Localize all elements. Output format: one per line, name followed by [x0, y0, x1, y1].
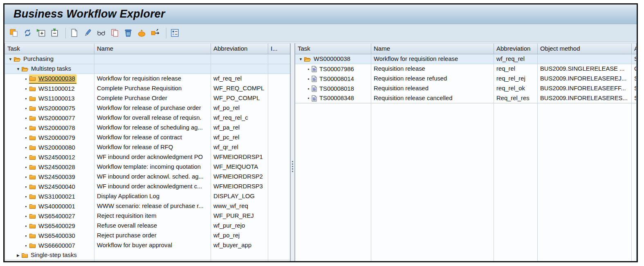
tree-indent	[5, 216, 23, 217]
task-label[interactable]: WS24500012	[37, 153, 76, 162]
display-button[interactable]	[96, 27, 108, 39]
folder-icon	[29, 86, 36, 92]
tree-row[interactable]: ▼Purchasing	[5, 54, 290, 64]
tree-row[interactable]: TS00008014Requisition release refusedreq…	[295, 74, 636, 84]
tree-row[interactable]: WS24500040WF inbound order acknowledgmen…	[5, 182, 290, 192]
task-label[interactable]: Multistep tasks	[30, 64, 72, 74]
task-label[interactable]: WS24500039	[37, 172, 76, 182]
task-label[interactable]: WS20000078	[37, 123, 76, 133]
column-header-a[interactable]: A..	[632, 44, 636, 54]
column-header-abbreviation[interactable]: Abbreviation	[211, 44, 268, 54]
name-cell: Requisition released	[371, 84, 494, 94]
abbr-cell: WF_PUR_REJ	[211, 211, 268, 221]
tree-row[interactable]: WS20000075Workflow for release of purcha…	[5, 103, 290, 113]
tree-row[interactable]: WS20000077Workflow for overall release o…	[5, 113, 290, 123]
legend-icon	[170, 28, 180, 38]
tree-row[interactable]: WS24500012WF inbound order acknowledgmen…	[5, 152, 290, 162]
name-cell: Refuse overall release	[94, 221, 211, 231]
tree-row[interactable]: WS65400029Refuse overall releasewf_pur_r…	[5, 221, 290, 231]
column-header-abbreviation[interactable]: Abbreviation	[494, 44, 538, 54]
tree-row[interactable]: WS65400027Reject requisition itemWF_PUR_…	[5, 211, 290, 221]
task-label[interactable]: WS11000012	[37, 84, 76, 94]
task-cell: WS24500040	[5, 182, 94, 192]
column-header-i[interactable]: I...	[268, 44, 290, 54]
collapse-node-icon[interactable]: ▼	[298, 54, 304, 64]
copy-button[interactable]	[109, 27, 121, 39]
execute-button[interactable]	[136, 27, 148, 39]
selected-task-highlight[interactable]: WS00000038	[29, 74, 76, 84]
other-task-button[interactable]	[9, 27, 21, 39]
info-cell	[268, 64, 290, 74]
transport-button[interactable]	[150, 27, 162, 39]
collapse-node-icon[interactable]: ▼	[15, 64, 21, 74]
column-header-object-method[interactable]: Object method	[538, 44, 632, 54]
task-label[interactable]: WS11000013	[37, 94, 76, 103]
legend-button[interactable]	[169, 27, 182, 39]
name-cell: Display Application Log	[94, 192, 211, 201]
refresh-button[interactable]	[22, 27, 34, 39]
task-label[interactable]: WS24500040	[37, 182, 76, 192]
task-label[interactable]: WS24500028	[37, 163, 76, 172]
column-header-name[interactable]: Name	[371, 44, 494, 54]
task-label[interactable]: WS00000038	[312, 54, 352, 64]
task-label[interactable]: WS65400027	[37, 212, 76, 221]
task-label[interactable]: WS65400030	[37, 231, 76, 241]
expand-subtree-button[interactable]	[36, 27, 48, 39]
task-cell: WS20000075	[5, 103, 94, 113]
task-label[interactable]: WS65400029	[37, 221, 76, 231]
task-label[interactable]: WS40000001	[37, 202, 76, 211]
tree-row[interactable]: TS00008348Requisition release cancelledR…	[295, 94, 636, 103]
name-cell: Complete Purchase Requisition	[94, 84, 211, 94]
task-label[interactable]: WS66600007	[37, 241, 76, 250]
column-header-name[interactable]: Name	[94, 44, 211, 54]
workflow-detail-panel: TaskNameAbbreviationObject methodA.. ▼WS…	[295, 43, 637, 261]
info-cell	[268, 152, 290, 162]
tree-row[interactable]: WS31000021Display Application LogDISPLAY…	[5, 192, 290, 201]
column-header-task[interactable]: Task	[5, 44, 94, 54]
tree-row[interactable]: ▼WS00000038Workflow for requisition rele…	[295, 54, 636, 64]
task-label[interactable]: TS00007986	[318, 65, 355, 74]
tree-row[interactable]: TS00008018Requisition releasedreq_rel_ok…	[295, 84, 636, 94]
task-label[interactable]: Purchasing	[22, 54, 55, 64]
tree-indent	[5, 98, 23, 99]
tree-row[interactable]: TS00007986Requisition releasereq_relBUS2…	[295, 64, 636, 74]
tree-row[interactable]: WS20000078Workflow for release of schedu…	[5, 123, 290, 133]
tree-row[interactable]: WS20000079Workflow for release of contra…	[5, 133, 290, 143]
collapse-subtree-button[interactable]	[49, 27, 61, 39]
task-label[interactable]: WS20000080	[37, 143, 76, 152]
task-label[interactable]: WS20000077	[37, 114, 76, 123]
info-cell	[268, 241, 290, 250]
tree-row[interactable]: ▶Single-step tasks	[5, 250, 290, 260]
collapse-node-icon[interactable]: ▼	[7, 54, 13, 64]
task-label[interactable]: WS20000079	[37, 133, 76, 143]
task-label[interactable]: WS00000038	[37, 74, 76, 83]
task-cell: WS65400030	[5, 231, 94, 241]
column-header-task[interactable]: Task	[295, 44, 371, 54]
tree-row[interactable]: WS65400030Reject purchase orderwf_po_rej	[5, 231, 290, 241]
task-label[interactable]: Single-step tasks	[29, 250, 78, 260]
task-label[interactable]: TS00008348	[318, 94, 355, 103]
tree-row[interactable]: WS11000012Complete Purchase RequisitionW…	[5, 84, 290, 94]
task-label[interactable]: WS31000021	[37, 192, 76, 201]
task-cell: TS00008014	[295, 74, 371, 84]
tree-row[interactable]: WS40000001WWW scenario: release of purch…	[5, 201, 290, 211]
task-cell: WS20000079	[5, 133, 94, 143]
task-label[interactable]: TS00008018	[318, 84, 355, 94]
tree-row[interactable]: ▼Multistep tasks	[5, 64, 290, 74]
tree-row[interactable]: WS00000038Workflow for requisition relea…	[5, 74, 290, 84]
task-label[interactable]: TS00008014	[318, 74, 355, 84]
panel-splitter[interactable]	[290, 43, 295, 261]
tree-row[interactable]: WS66600007Workflow for buyer approvalwf_…	[5, 241, 290, 250]
window-title-bar: Business Workflow Explorer	[4, 4, 637, 24]
task-label[interactable]: WS20000075	[37, 104, 76, 113]
tree-indent	[5, 255, 15, 255]
tree-row[interactable]: WS24500028Workflow template: incoming qu…	[5, 162, 290, 172]
tree-row[interactable]: WS11000013Complete Purchase OrderWF_PO_C…	[5, 94, 290, 103]
change-button[interactable]	[82, 27, 94, 39]
tree-row[interactable]: WS20000080Workflow for release of RFQwf_…	[5, 143, 290, 152]
copy-icon	[110, 28, 119, 38]
expand-node-icon[interactable]: ▶	[15, 250, 21, 260]
delete-button[interactable]	[123, 27, 135, 39]
create-button[interactable]	[69, 27, 81, 39]
tree-row[interactable]: WS24500039WF inbound order acknowl. sche…	[5, 172, 290, 182]
